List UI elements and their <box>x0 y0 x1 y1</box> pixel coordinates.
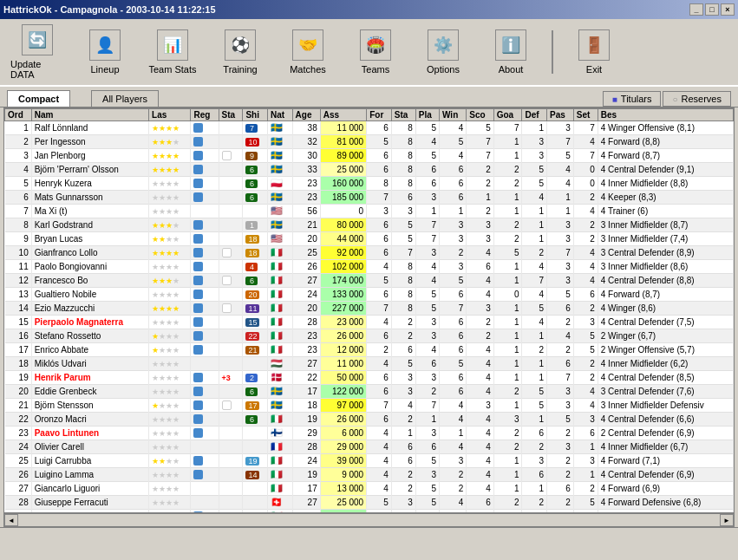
cell-ord: 16 <box>5 329 32 343</box>
cell-bes: 4 Winger Offensive (8,1) <box>598 121 733 135</box>
close-button[interactable]: × <box>721 3 735 16</box>
scroll-left-button[interactable]: ◄ <box>4 514 18 526</box>
cell-name: Ezio Mazzucchi <box>31 302 148 316</box>
subtab-titulars[interactable]: ■ Titulars <box>603 91 662 107</box>
cell-pas: 4 <box>547 163 574 177</box>
cell-name: Per Ingesson <box>31 135 148 149</box>
cell-shi <box>243 357 268 371</box>
teamstats-button[interactable]: 📊 Team Stats <box>142 26 203 78</box>
cell-sta: +3 <box>219 371 243 385</box>
cell-for: 5 <box>367 496 392 510</box>
cell-set: 6 <box>573 427 598 440</box>
col-nat[interactable]: Nat <box>267 109 292 121</box>
cell-set: 7 <box>573 149 598 163</box>
title-bar-buttons[interactable]: _ □ × <box>689 3 735 16</box>
cell-name: Oronzo Macri <box>31 413 148 427</box>
cell-age: 28 <box>292 316 320 329</box>
col-ord[interactable]: Ord <box>5 109 32 121</box>
cell-ord: 15 <box>5 316 32 329</box>
col-shi[interactable]: Shi <box>243 109 268 121</box>
col-reg[interactable]: Reg <box>191 109 219 121</box>
lineup-button[interactable]: 👤 Lineup <box>75 26 135 78</box>
col-def[interactable]: Def <box>522 109 547 121</box>
cell-def: 4 <box>522 260 547 274</box>
col-set[interactable]: Set <box>573 109 598 121</box>
cell-stars: ★★★★ <box>149 371 191 385</box>
title-text: HattrickOk - Campagnola - 2003-10-14 11:… <box>3 4 216 15</box>
options-button[interactable]: ⚙️ Options <box>413 26 473 78</box>
table-row: 10 Gianfranco Lollo ★★★★ 18 🇮🇹 25 92 000… <box>5 246 734 260</box>
cell-name: Henrik Parum <box>31 371 148 385</box>
cell-for: 6 <box>367 413 392 427</box>
cell-reg <box>191 163 219 177</box>
cell-sco: 2 <box>467 329 493 343</box>
cell-stars: ★★★★ <box>149 496 191 510</box>
maximize-button[interactable]: □ <box>705 3 719 16</box>
table-row: 18 Miklós Udvari ★★★★ 🇭🇺 27 11 000 4 5 6… <box>5 357 734 371</box>
cell-nat: 🇸🇪 <box>267 135 292 149</box>
cell-def: 1 <box>522 371 547 385</box>
cell-win: 4 <box>440 413 467 427</box>
col-sta[interactable]: Sta <box>219 109 243 121</box>
col-goa[interactable]: Goa <box>493 109 522 121</box>
cell-reg <box>191 371 219 385</box>
cell-for: 4 <box>367 427 392 440</box>
cell-shi: 21 <box>243 343 268 357</box>
tab-allplayers[interactable]: All Players <box>91 90 159 107</box>
cell-sta <box>219 149 243 163</box>
tab-compact[interactable]: Compact <box>7 90 70 107</box>
cell-bes: 4 Forward Defensive (6,8) <box>598 496 733 510</box>
cell-sco: 2 <box>467 205 493 218</box>
player-table-container[interactable]: Ord Nam Las Reg Sta Shi Nat Age Ass For … <box>3 107 735 513</box>
col-sta2[interactable]: Sta <box>391 109 415 121</box>
cell-reg <box>191 316 219 329</box>
horizontal-scrollbar[interactable]: ◄ ► <box>3 513 735 527</box>
col-pla[interactable]: Pla <box>415 109 439 121</box>
col-win[interactable]: Win <box>440 109 467 121</box>
col-pas[interactable]: Pas <box>547 109 574 121</box>
cell-sta <box>219 121 243 135</box>
col-name[interactable]: Nam <box>31 109 148 121</box>
cell-pla: 3 <box>415 468 439 482</box>
training-button[interactable]: ⚽ Training <box>210 26 271 78</box>
scroll-right-button[interactable]: ► <box>720 514 734 526</box>
cell-sta <box>219 274 243 288</box>
exit-button[interactable]: 🚪 Exit <box>564 26 624 78</box>
cell-sco: 3 <box>467 232 493 246</box>
cell-bes: 4 Inner Midfielder (6,2) <box>598 357 733 371</box>
update-data-button[interactable]: 🔄 Update DATA <box>7 21 68 83</box>
cell-bes: 4 Central Defender (8,8) <box>598 274 733 288</box>
cell-sco: 7 <box>467 149 493 163</box>
subtab-reserves[interactable]: ○ Reserves <box>663 91 731 107</box>
col-for[interactable]: For <box>367 109 392 121</box>
col-sco[interactable]: Sco <box>467 109 493 121</box>
about-button[interactable]: ℹ️ About <box>480 26 541 78</box>
col-age[interactable]: Age <box>292 109 320 121</box>
cell-pla: 3 <box>415 371 439 385</box>
cell-pas: 1 <box>547 205 574 218</box>
cell-set: 4 <box>573 205 598 218</box>
col-bes[interactable]: Bes <box>598 109 733 121</box>
matches-button[interactable]: 🤝 Matches <box>278 26 338 78</box>
cell-shi <box>243 440 268 454</box>
cell-bes: 4 Keeper (8,3) <box>598 191 733 205</box>
cell-sta <box>219 246 243 260</box>
table-row: 20 Eddie Grenbeck ★★★★ 6 🇸🇪 17 122 000 6… <box>5 385 734 399</box>
col-las[interactable]: Las <box>149 109 191 121</box>
cell-bes: 3 Central Defender (8,9) <box>598 246 733 260</box>
table-row: 12 Francesco Bo ★★★★ 6 🇮🇹 27 174 000 5 8… <box>5 274 734 288</box>
col-ass[interactable]: Ass <box>320 109 366 121</box>
update-label: Update DATA <box>10 59 64 80</box>
cell-age: 27 <box>292 357 320 371</box>
cell-ord: 28 <box>5 496 32 510</box>
cell-reg <box>191 149 219 163</box>
teams-button[interactable]: 🏟️ Teams <box>345 26 406 78</box>
cell-stars: ★★★★ <box>149 482 191 496</box>
cell-def: 5 <box>522 163 547 177</box>
cell-pas: 3 <box>547 385 574 399</box>
minimize-button[interactable]: _ <box>689 3 703 16</box>
cell-age: 25 <box>292 246 320 260</box>
table-row: 26 Luigino Lamma ★★★★ 14 🇮🇹 19 9 000 4 2… <box>5 468 734 482</box>
cell-set: 3 <box>573 413 598 427</box>
cell-shi <box>243 496 268 510</box>
